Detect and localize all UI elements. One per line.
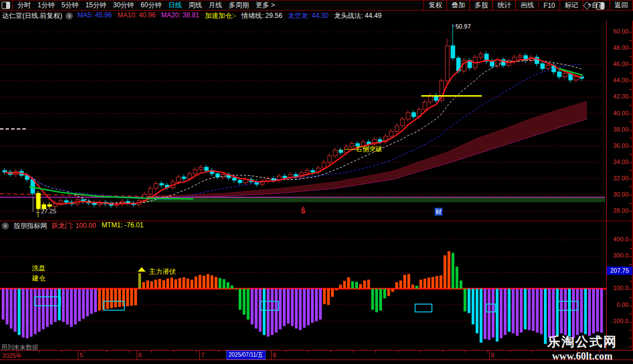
- menubar: 分时1分钟5分钟15分钟30分钟60分钟日线周线月线多周期更多 > 复权叠加多股…: [0, 0, 633, 11]
- price-axis-label: 30.00: [613, 191, 629, 198]
- menu-item-月线[interactable]: 月线: [205, 1, 225, 10]
- minor-tick: [599, 351, 600, 353]
- period-menu: 分时1分钟5分钟15分钟30分钟60分钟日线周线月线多周期更多 >: [12, 1, 278, 10]
- month-label-7: 7: [201, 352, 204, 358]
- menu-item-5分钟[interactable]: 5分钟: [58, 1, 82, 10]
- menu-item-30分钟[interactable]: 30分钟: [110, 1, 137, 10]
- menu-item-更多 >[interactable]: 更多 >: [252, 1, 278, 10]
- tool-item-返回[interactable]: 返回: [609, 1, 633, 10]
- minor-tick: [106, 351, 107, 353]
- indicator-source: 股朋指标网: [13, 221, 47, 231]
- price-axis-label: 42.00: [613, 93, 629, 100]
- dividend-event-marker: Ŝ: [301, 207, 305, 215]
- tool-item-叠加[interactable]: 叠加: [446, 1, 469, 10]
- minor-tick: [487, 351, 488, 353]
- date-axis[interactable]: 2025年 56789: [0, 350, 633, 360]
- main-price-chart[interactable]: 50.97←27.25←-----右侧突破: [0, 21, 606, 221]
- minor-tick: [331, 351, 331, 353]
- chart-header: 达仁堂(日线.前复权) ∨ MA5: 45.96MA10: 40.96MA20:…: [0, 11, 633, 21]
- minor-tick: [129, 351, 129, 353]
- minor-tick: [398, 351, 398, 353]
- tool-item-F10[interactable]: F10: [538, 2, 560, 10]
- month-label-5: 5: [80, 352, 83, 358]
- svg-text:50.97: 50.97: [455, 23, 471, 30]
- minor-tick: [465, 351, 466, 353]
- minor-tick: [577, 351, 578, 353]
- tool-item-统计[interactable]: 统计: [492, 1, 515, 10]
- minor-tick: [39, 351, 40, 353]
- svg-text:←27.25: ←27.25: [35, 208, 57, 214]
- stock-title: 达仁堂(日线.前复权): [2, 11, 62, 21]
- year-label: 2025年: [2, 352, 22, 360]
- indicator-value-badge: 207.75: [607, 267, 632, 275]
- indicator-axis-label: 400.0: [613, 236, 629, 242]
- price-axis-label: 40.00: [613, 110, 629, 116]
- cursor-date-badge: 2025/07/11/五: [226, 351, 266, 360]
- minor-tick: [17, 351, 17, 353]
- indicator-axis-label: 0.00: [617, 301, 629, 308]
- indicator-value: 加速加仓:-: [205, 11, 236, 21]
- price-axis-label: 48.00: [613, 44, 629, 51]
- tool-item-复权[interactable]: 复权: [423, 1, 446, 10]
- panel-layout-icon-2[interactable]: [596, 2, 604, 10]
- chevron-down-icon[interactable]: ∨: [66, 12, 73, 20]
- menu-item-日线[interactable]: 日线: [165, 1, 185, 10]
- minor-tick: [62, 351, 62, 353]
- month-tick: [199, 351, 200, 360]
- month-tick: [489, 351, 490, 360]
- indicator-value: MA5: 45.96: [77, 11, 111, 21]
- sub-panel-header: ∨ 股朋指标网 跃龙门: 100.00MTM1: -76.01: [0, 221, 633, 231]
- month-tick: [137, 351, 137, 360]
- minor-tick: [84, 351, 85, 353]
- menu-item-周线[interactable]: 周线: [185, 1, 205, 10]
- axis-border-line: [606, 21, 607, 361]
- minor-tick: [218, 351, 219, 353]
- month-tick: [271, 351, 272, 360]
- price-axis-label: 44.00: [613, 77, 629, 83]
- month-label-6: 6: [138, 352, 142, 358]
- sub-indicator-values: 跃龙门: 100.00MTM1: -76.01: [52, 221, 149, 231]
- tool-item-画线[interactable]: 画线: [515, 1, 538, 10]
- report-event-marker: 财: [435, 208, 443, 216]
- indicator-value: 龙头战法: 44.49: [334, 11, 382, 21]
- menu-item-60分钟[interactable]: 60分钟: [137, 1, 165, 10]
- price-axis-label: 28.00: [613, 207, 629, 214]
- sub-indicator-value: 跃龙门: 100.00: [52, 221, 96, 231]
- chevron-down-icon-2[interactable]: ∨: [2, 222, 9, 230]
- menu-item-分时[interactable]: 分时: [14, 1, 34, 10]
- month-label-8: 8: [273, 352, 276, 358]
- menu-item-多周期[interactable]: 多周期: [225, 1, 252, 10]
- indicator-axis-label: -100.0: [611, 318, 629, 324]
- minor-tick: [532, 351, 533, 353]
- price-axis-label: 38.00: [613, 126, 629, 133]
- sub-indicator-value: MTM1: -76.01: [101, 221, 143, 231]
- indicator-histogram-chart[interactable]: [0, 231, 606, 350]
- indicator-values: MA5: 45.96MA10: 40.96MA20: 38.81加速加仓:-情绪…: [77, 11, 387, 21]
- month-tick: [78, 351, 78, 360]
- svg-text:←-----右侧突破: ←-----右侧突破: [338, 145, 383, 153]
- minor-tick: [151, 351, 152, 353]
- tool-item-多股[interactable]: 多股: [469, 1, 492, 10]
- indicator-axis-label: 100.0: [613, 284, 629, 291]
- indicator-value: 情绪线: 29.56: [241, 11, 282, 21]
- price-axis-label: 36.00: [613, 142, 629, 149]
- indicator-value: MA10: 40.96: [118, 11, 156, 21]
- minor-tick: [353, 351, 353, 353]
- panel-layout-icon[interactable]: [2, 2, 10, 9]
- minor-tick: [308, 351, 309, 353]
- minor-tick: [555, 351, 555, 353]
- indicator-value: MA20: 38.81: [161, 11, 199, 21]
- price-axis: 50.0048.0046.0044.0042.0040.0038.0036.00…: [606, 21, 633, 221]
- month-label-9: 9: [491, 352, 494, 358]
- menu-item-15分钟[interactable]: 15分钟: [82, 1, 109, 10]
- price-axis-label: 46.00: [613, 60, 629, 67]
- minor-tick: [443, 351, 443, 353]
- minor-tick: [420, 351, 421, 353]
- tool-item-标记[interactable]: 标记: [560, 1, 583, 10]
- minor-tick: [510, 351, 510, 353]
- indicator-axis-label: 300.0: [613, 252, 629, 259]
- minor-tick: [174, 351, 174, 353]
- price-axis-label: 50.00: [613, 28, 629, 35]
- trading-app-window: 分时1分钟5分钟15分钟30分钟60分钟日线周线月线多周期更多 > 复权叠加多股…: [0, 0, 633, 364]
- menu-item-1分钟[interactable]: 1分钟: [34, 1, 58, 10]
